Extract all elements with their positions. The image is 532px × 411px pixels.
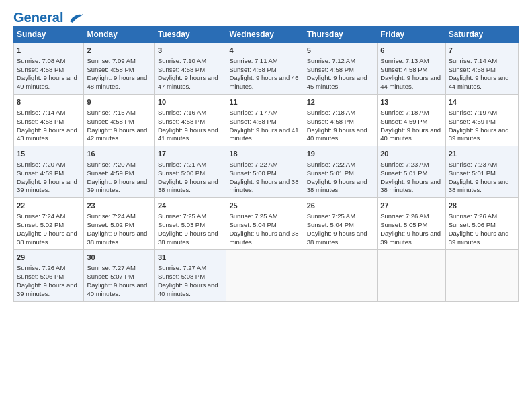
day-number: 18 <box>229 149 300 159</box>
day-cell-24: 24Sunrise: 7:25 AMSunset: 5:03 PMDayligh… <box>154 198 226 250</box>
day-cell-9: 9Sunrise: 7:15 AMSunset: 4:58 PMDaylight… <box>84 95 154 146</box>
day-header-sunday: Sunday <box>14 26 84 43</box>
day-number: 27 <box>380 201 442 211</box>
day-number: 12 <box>307 97 374 107</box>
day-number: 23 <box>87 201 151 211</box>
day-cell-8: 8Sunrise: 7:14 AMSunset: 4:58 PMDaylight… <box>14 95 84 146</box>
week-row-3: 15Sunrise: 7:20 AMSunset: 4:59 PMDayligh… <box>14 146 519 198</box>
day-number: 11 <box>229 97 300 107</box>
day-cell-31: 31Sunrise: 7:27 AMSunset: 5:08 PMDayligh… <box>154 250 226 302</box>
day-cell-3: 3Sunrise: 7:10 AMSunset: 4:58 PMDaylight… <box>154 43 226 95</box>
week-row-1: 1Sunrise: 7:08 AMSunset: 4:58 PMDaylight… <box>14 43 519 95</box>
day-number: 2 <box>87 46 151 56</box>
week-row-5: 29Sunrise: 7:26 AMSunset: 5:06 PMDayligh… <box>14 250 519 302</box>
day-number: 22 <box>17 201 81 211</box>
day-cell-11: 11Sunrise: 7:17 AMSunset: 4:58 PMDayligh… <box>226 95 304 146</box>
day-number: 13 <box>380 97 442 107</box>
day-cell-29: 29Sunrise: 7:26 AMSunset: 5:06 PMDayligh… <box>14 250 84 302</box>
day-number: 16 <box>87 149 151 159</box>
day-header-saturday: Saturday <box>445 26 518 43</box>
day-number: 25 <box>229 201 300 211</box>
calendar-table: SundayMondayTuesdayWednesdayThursdayFrid… <box>13 26 519 302</box>
day-number: 29 <box>17 253 81 263</box>
day-number: 28 <box>449 201 515 211</box>
day-number: 10 <box>158 97 224 107</box>
day-cell-20: 20Sunrise: 7:23 AMSunset: 5:01 PMDayligh… <box>378 146 445 198</box>
empty-cell <box>378 250 445 302</box>
day-cell-13: 13Sunrise: 7:18 AMSunset: 4:59 PMDayligh… <box>378 95 445 146</box>
day-cell-2: 2Sunrise: 7:09 AMSunset: 4:58 PMDaylight… <box>84 43 154 95</box>
day-number: 30 <box>87 253 151 263</box>
day-number: 21 <box>449 149 515 159</box>
day-number: 14 <box>449 97 515 107</box>
week-row-4: 22Sunrise: 7:24 AMSunset: 5:02 PMDayligh… <box>14 198 519 250</box>
day-cell-15: 15Sunrise: 7:20 AMSunset: 4:59 PMDayligh… <box>14 146 84 198</box>
day-cell-5: 5Sunrise: 7:12 AMSunset: 4:58 PMDaylight… <box>304 43 377 95</box>
day-cell-1: 1Sunrise: 7:08 AMSunset: 4:58 PMDaylight… <box>14 43 84 95</box>
day-header-tuesday: Tuesday <box>154 26 226 43</box>
day-number: 19 <box>307 149 374 159</box>
day-cell-26: 26Sunrise: 7:25 AMSunset: 5:04 PMDayligh… <box>304 198 377 250</box>
day-cell-17: 17Sunrise: 7:21 AMSunset: 5:00 PMDayligh… <box>154 146 226 198</box>
day-number: 17 <box>158 149 224 159</box>
day-number: 24 <box>158 201 224 211</box>
day-number: 3 <box>158 46 224 56</box>
day-cell-28: 28Sunrise: 7:26 AMSunset: 5:06 PMDayligh… <box>445 198 518 250</box>
day-cell-7: 7Sunrise: 7:14 AMSunset: 4:58 PMDaylight… <box>445 43 518 95</box>
day-number: 7 <box>449 46 515 56</box>
day-cell-12: 12Sunrise: 7:18 AMSunset: 4:58 PMDayligh… <box>304 95 377 146</box>
day-number: 20 <box>380 149 442 159</box>
day-number: 15 <box>17 149 81 159</box>
day-cell-14: 14Sunrise: 7:19 AMSunset: 4:59 PMDayligh… <box>445 95 518 146</box>
empty-cell <box>226 250 304 302</box>
day-cell-6: 6Sunrise: 7:13 AMSunset: 4:58 PMDaylight… <box>378 43 445 95</box>
day-number: 31 <box>158 253 224 263</box>
calendar-header: SundayMondayTuesdayWednesdayThursdayFrid… <box>14 26 519 43</box>
day-header-thursday: Thursday <box>304 26 377 43</box>
day-number: 26 <box>307 201 374 211</box>
day-header-friday: Friday <box>378 26 445 43</box>
day-cell-23: 23Sunrise: 7:24 AMSunset: 5:02 PMDayligh… <box>84 198 154 250</box>
day-header-monday: Monday <box>84 26 154 43</box>
day-number: 6 <box>380 46 442 56</box>
empty-cell <box>445 250 518 302</box>
day-cell-19: 19Sunrise: 7:22 AMSunset: 5:01 PMDayligh… <box>304 146 377 198</box>
day-cell-4: 4Sunrise: 7:11 AMSunset: 4:58 PMDaylight… <box>226 43 304 95</box>
day-cell-21: 21Sunrise: 7:23 AMSunset: 5:01 PMDayligh… <box>445 146 518 198</box>
calendar-body: 1Sunrise: 7:08 AMSunset: 4:58 PMDaylight… <box>14 43 519 302</box>
day-number: 5 <box>307 46 374 56</box>
day-number: 9 <box>87 97 151 107</box>
day-number: 1 <box>17 46 81 56</box>
week-row-2: 8Sunrise: 7:14 AMSunset: 4:58 PMDaylight… <box>14 95 519 146</box>
bird-icon <box>69 13 83 24</box>
empty-cell <box>304 250 377 302</box>
day-number: 4 <box>229 46 300 56</box>
day-cell-25: 25Sunrise: 7:25 AMSunset: 5:04 PMDayligh… <box>226 198 304 250</box>
day-number: 8 <box>17 97 81 107</box>
day-cell-27: 27Sunrise: 7:26 AMSunset: 5:05 PMDayligh… <box>378 198 445 250</box>
logo: General <box>13 11 83 21</box>
day-cell-30: 30Sunrise: 7:27 AMSunset: 5:07 PMDayligh… <box>84 250 154 302</box>
day-cell-22: 22Sunrise: 7:24 AMSunset: 5:02 PMDayligh… <box>14 198 84 250</box>
day-cell-18: 18Sunrise: 7:22 AMSunset: 5:00 PMDayligh… <box>226 146 304 198</box>
day-cell-10: 10Sunrise: 7:16 AMSunset: 4:58 PMDayligh… <box>154 95 226 146</box>
day-header-wednesday: Wednesday <box>226 26 304 43</box>
day-cell-16: 16Sunrise: 7:20 AMSunset: 4:59 PMDayligh… <box>84 146 154 198</box>
